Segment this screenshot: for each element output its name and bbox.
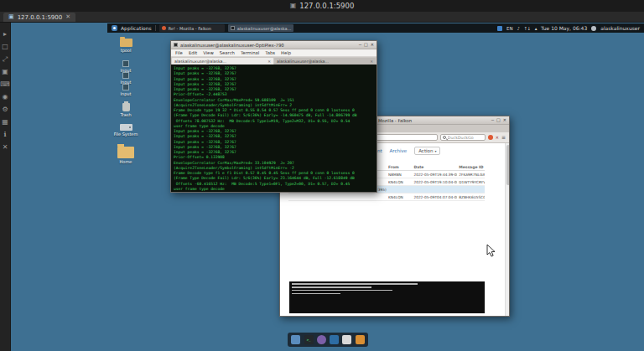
message-date: 2022-05-09T19:10:04-08:00 [412, 178, 457, 186]
scaled-mode-icon[interactable]: ▣ [2, 69, 8, 75]
terminal-tab-label: alaskalinuxuser@alaska... [277, 59, 329, 64]
network-icon[interactable]: ↑↓ [524, 26, 531, 31]
window-button-label: Re! - Mozilla - Falkon [169, 26, 211, 31]
mail-icon[interactable] [330, 335, 339, 344]
message-from: N8MBN [387, 171, 412, 178]
console-log-line [292, 293, 340, 295]
user-menu[interactable]: alaskalinuxuser [600, 25, 640, 31]
preferences-icon[interactable]: ⚙ [2, 106, 8, 113]
session-tab-label: 127.0.0.1:5900 [18, 14, 63, 21]
session-tab[interactable]: ▣ 127.0.0.1:5900 ✕ [3, 13, 75, 22]
terminal-tab[interactable]: alaskalinuxuser@alaska... ✕ [274, 58, 376, 65]
menu-item-tabs[interactable]: Tabs [265, 50, 275, 55]
viewer-tabbar: ▣ 127.0.0.1:5900 ✕ [0, 12, 644, 23]
window-button-terminal[interactable]: alaskalinuxuser@alaska... [228, 24, 293, 32]
duckduckgo-icon[interactable] [488, 135, 493, 140]
home-folder-icon [117, 147, 134, 158]
keyboard-layout[interactable]: EN [506, 26, 513, 31]
terminal-tab[interactable]: alaskalinuxuser@alaska... ✕ [172, 58, 273, 65]
desktop-icon-trash[interactable]: Trash [108, 103, 143, 117]
web-browser-icon[interactable] [317, 335, 326, 344]
desktop-icon-label: Home [108, 159, 143, 164]
close-icon[interactable]: ✕ [65, 14, 70, 20]
terminal-line: (Frame Type Decode Fail) Ldr: 5/6(36%) E… [174, 176, 374, 181]
system-tray: EN ♪ ↑↓ ▴ Tue 10 May, 06:43 alaskalinuxu… [497, 25, 640, 31]
applications-menu-icon[interactable] [112, 25, 117, 31]
console-log-line [292, 290, 392, 292]
applications-menu[interactable]: Applications [121, 25, 152, 31]
terminal-line: user frame type decode [174, 187, 374, 192]
terminal-tabbar: alaskalinuxuser@alaska... ✕ alaskalinuxu… [171, 57, 377, 65]
connection-console [289, 281, 485, 313]
message-from: KN4LQN [387, 178, 412, 186]
menu-icon[interactable]: ≡ [501, 135, 506, 140]
menu-item-edit[interactable]: Edit [189, 50, 197, 55]
terminal-titlebar[interactable]: alaskalinuxuser@alaskalinuxuser-OptiPlex… [171, 41, 377, 49]
message-id: 8ZBHK6U5SCG6 [457, 194, 485, 201]
desktop-icon-input[interactable]: Input [108, 84, 143, 96]
column-header-from: From [387, 163, 412, 171]
message-row[interactable]: KN4LQN 2022-05-09T04:07:04-08:00 8ZBHK6U… [288, 194, 485, 201]
multi-monitor-icon[interactable]: ▦ [2, 119, 8, 126]
volume-icon[interactable]: ♪ [517, 26, 520, 31]
desktop-icon-filesystem[interactable]: File System [108, 124, 143, 137]
panel-separator [155, 25, 156, 31]
clock[interactable]: Tue 10 May, 06:43 [541, 25, 587, 31]
grab-keyboard-icon[interactable]: ⌨ [0, 81, 10, 88]
file-icon [122, 84, 129, 90]
user-icon [591, 26, 596, 31]
text-editor-icon[interactable] [342, 335, 351, 344]
close-button[interactable]: ✕ [371, 43, 374, 47]
session-info-icon[interactable]: ℹ [3, 132, 6, 138]
file-icon [122, 60, 129, 67]
menu-item-view[interactable]: View [203, 50, 214, 55]
scrollbar-thumb[interactable] [506, 145, 510, 185]
minimize-button[interactable]: ─ [359, 43, 361, 47]
terminal-output[interactable]: Input peaks = -32768, 32767 Input peaks … [171, 65, 377, 192]
console-log-line [292, 283, 418, 285]
minimize-button[interactable]: ─ [491, 118, 494, 122]
file-manager-icon[interactable] [291, 335, 300, 344]
prompt-glyph: >_ [307, 338, 311, 342]
screenshot-icon[interactable]: ◉ [3, 94, 8, 101]
folder-link-archive[interactable]: Archive [390, 148, 408, 153]
terminal-window[interactable]: alaskalinuxuser@alaskalinuxuser-OptiPlex… [170, 40, 377, 193]
desktop-icon-label: File System [108, 132, 143, 137]
tab-close-icon[interactable]: ✕ [267, 59, 271, 64]
desktop-icon-input[interactable]: Input [108, 60, 143, 73]
menu-item-help[interactable]: Help [281, 50, 291, 55]
search-input[interactable]: DuckDuckGo [440, 134, 486, 141]
notifications-caret-icon[interactable]: ▴ [535, 26, 537, 31]
desktop-icon-home[interactable]: Home [108, 147, 143, 164]
dynamic-resolution-icon[interactable]: ⤢ [3, 56, 8, 63]
terminal-window-title: alaskalinuxuser@alaskalinuxuser-OptiPlex… [180, 43, 356, 48]
action-button[interactable]: Action ▾ [414, 147, 440, 155]
desktop-icon-input[interactable]: Input [108, 72, 143, 85]
maximize-button[interactable]: □ [496, 118, 501, 122]
tray-indicator-icon[interactable] [497, 26, 502, 31]
desktop-icon-tpool[interactable]: tpool [108, 39, 143, 53]
settings-icon[interactable] [356, 335, 365, 344]
tab-close-icon[interactable]: ✕ [370, 59, 373, 64]
chevron-down-icon: ▾ [434, 149, 436, 153]
desktop-icon-label: Input [108, 91, 143, 96]
close-button[interactable]: ✕ [503, 118, 506, 122]
action-button-label: Action [418, 148, 433, 153]
menu-item-terminal[interactable]: Terminal [241, 50, 259, 55]
message-id [457, 186, 485, 194]
message-from: KN4LQN [387, 194, 412, 201]
scrollbar[interactable] [505, 143, 509, 316]
window-button-label: alaskalinuxuser@alaska... [237, 26, 292, 31]
window-button-falkon[interactable]: Re! - Mozilla - Falkon [159, 24, 225, 32]
terminal-icon[interactable]: >_ [304, 335, 314, 344]
terminal-line: Offsets -60.416512 Hz: MB Decode:5 Type1… [174, 182, 374, 187]
disconnect-icon[interactable]: ✕ [3, 144, 8, 151]
dock: >_ [288, 333, 368, 347]
menu-item-file[interactable]: File [175, 50, 183, 55]
adblock-icon[interactable]: ✕ [496, 135, 499, 140]
collapse-toolbar-icon[interactable]: ▸ [3, 31, 7, 38]
remote-desktop[interactable]: Applications Re! - Mozilla - Falkon alas… [11, 23, 644, 351]
menu-item-search[interactable]: Search [220, 50, 235, 55]
fullscreen-icon[interactable]: □ [2, 44, 8, 50]
maximize-button[interactable]: □ [364, 43, 368, 47]
